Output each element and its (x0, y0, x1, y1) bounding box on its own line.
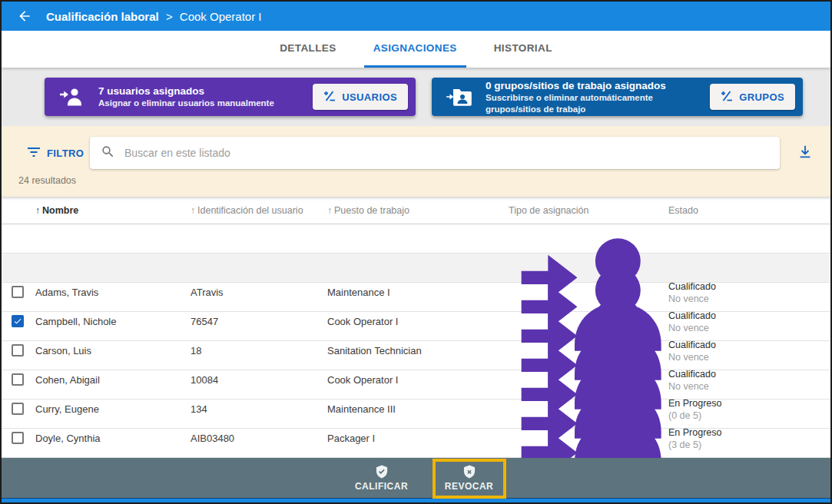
column-header-identificacion[interactable]: ↑ Identificación del usuario (191, 205, 327, 216)
table-body: Adams, Travis ATravis Maintenance I Cual… (2, 224, 830, 458)
assigned-groups-subtitle: Suscribirse o eliminar automáticamente g… (486, 92, 710, 115)
cell-job: Sanitation Technician (327, 345, 509, 356)
table-row[interactable]: Adams, Travis ATravis Maintenance I Cual… (2, 224, 830, 254)
tab-historial[interactable]: HISTORIAL (485, 31, 562, 68)
revocar-button[interactable]: REVOCAR (437, 464, 502, 492)
cell-name: Carson, Luis (35, 345, 191, 356)
cell-job: Maintenance I (327, 287, 509, 298)
cell-job: Cook Operator I (327, 374, 509, 386)
row-checkbox[interactable] (12, 373, 24, 386)
cell-user-id: 10084 (191, 374, 327, 386)
assigned-users-title: 7 usuarios asignados (98, 85, 313, 98)
app-bar: Cualificación laboral > Cook Operator I (2, 2, 830, 31)
cell-status: Cualificado No vence (668, 309, 830, 334)
back-arrow-icon[interactable] (14, 5, 35, 27)
grupos-button[interactable]: GRUPOS (710, 84, 795, 110)
assigned-users-subtitle: Asignar o eliminar usuarios manualmente (98, 98, 313, 109)
assigned-groups-card: 0 grupos/sitios de trabajo asignados Sus… (432, 78, 803, 116)
cell-status: En Progreso (0 de 5) (668, 396, 830, 422)
sort-asc-icon: ↑ (327, 205, 332, 216)
tab-detalles[interactable]: DETALLES (270, 31, 345, 68)
row-checkbox-checked[interactable] (12, 315, 24, 327)
person-add-icon (58, 86, 85, 108)
column-header-estado[interactable]: Estado (668, 205, 830, 216)
cell-name: Cohen, Abigail (35, 374, 191, 386)
cell-status: Cualificado No vence (668, 338, 830, 363)
cell-user-id: 18 (191, 345, 327, 356)
app-window: Cualificación laboral > Cook Operator I … (0, 0, 832, 504)
calificar-button[interactable]: CALIFICAR (350, 464, 414, 492)
table-header: ↑ Nombre ↑ Identificación del usuario ↑ … (2, 197, 830, 224)
breadcrumb-current: Cook Operator I (180, 10, 262, 23)
action-toolbar: CALIFICAR REVOCAR (2, 458, 830, 498)
group-folder-add-icon (446, 86, 472, 108)
summary-banners: 7 usuarios asignados Asignar o eliminar … (2, 68, 830, 126)
cell-job: Packager I (327, 433, 509, 444)
cell-status: En Progreso (3 de 5) (668, 426, 830, 451)
sort-asc-icon: ↑ (191, 205, 195, 216)
download-icon[interactable] (797, 144, 815, 162)
assigned-groups-text: 0 grupos/sitios de trabajo asignados Sus… (486, 79, 710, 115)
filter-section: FILTRO 24 resultados (2, 126, 830, 197)
assigned-groups-title: 0 grupos/sitios de trabajo asignados (486, 79, 710, 92)
cell-job: Cook Operator I (327, 316, 509, 327)
calificar-label: CALIFICAR (355, 481, 408, 492)
search-icon (101, 144, 115, 162)
tab-bar: DETALLES ASIGNACIONES HISTORIAL (2, 31, 830, 68)
cell-user-id: AIB03480 (191, 433, 327, 444)
search-box (90, 137, 780, 169)
cell-status: Cualificado No vence (668, 367, 830, 393)
cell-user-id: ATravis (191, 287, 327, 298)
revocar-label: REVOCAR (445, 481, 494, 492)
breadcrumb-parent: Cualificación laboral (46, 10, 159, 23)
usuarios-button-label: USUARIOS (342, 91, 397, 103)
search-input[interactable] (124, 147, 769, 159)
plus-minus-icon (323, 91, 336, 104)
page-title: Cualificación laboral > Cook Operator I (46, 10, 262, 23)
filter-button[interactable]: FILTRO (27, 147, 90, 160)
cell-name: Doyle, Cynthia (35, 433, 191, 444)
filter-button-label: FILTRO (47, 148, 84, 159)
table-row-selected[interactable]: Campbell, Nichole 76547 Cook Operator I … (2, 254, 830, 283)
column-header-tipo[interactable]: Tipo de asignación (509, 205, 668, 216)
assigned-users-card: 7 usuarios asignados Asignar o eliminar … (45, 78, 416, 116)
row-checkbox[interactable] (12, 286, 24, 298)
filter-icon (27, 147, 41, 160)
cell-name: Curry, Eugene (35, 403, 191, 415)
usuarios-button[interactable]: USUARIOS (313, 84, 408, 110)
assigned-users-text: 7 usuarios asignados Asignar o eliminar … (98, 85, 313, 109)
cell-user-id: 134 (191, 403, 327, 415)
tab-asignaciones[interactable]: ASIGNACIONES (364, 31, 466, 68)
cell-job: Maintenance III (327, 403, 509, 415)
row-checkbox[interactable] (12, 432, 24, 444)
cell-status: Cualificado No vence (668, 280, 830, 305)
cell-name: Adams, Travis (35, 287, 191, 298)
column-header-nombre[interactable]: ↑ Nombre (35, 205, 191, 216)
shield-check-icon (374, 464, 389, 479)
cell-user-id: 76547 (191, 316, 327, 327)
cell-name: Campbell, Nichole (35, 316, 191, 327)
bottom-accent-strip (2, 498, 830, 502)
row-checkbox[interactable] (12, 344, 24, 356)
grupos-button-label: GRUPOS (739, 91, 784, 103)
plus-minus-icon (721, 91, 733, 104)
row-checkbox[interactable] (12, 403, 24, 415)
shield-x-icon (462, 464, 477, 479)
breadcrumb-separator: > (166, 10, 173, 23)
column-header-puesto[interactable]: ↑ Puesto de trabajo (327, 205, 509, 216)
results-count: 24 resultados (18, 175, 76, 186)
sort-asc-icon: ↑ (35, 205, 40, 216)
